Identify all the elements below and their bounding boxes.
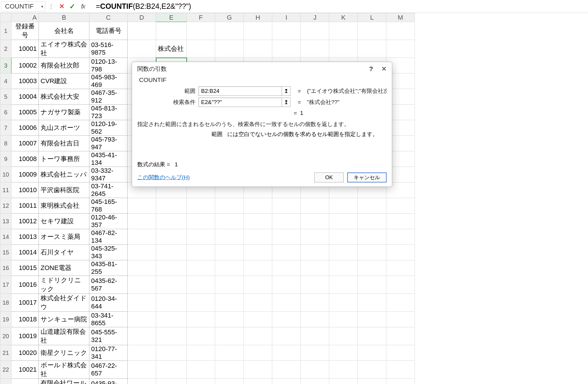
cell-L12[interactable] xyxy=(358,198,386,214)
cell-D14[interactable] xyxy=(128,229,156,245)
cell-C21[interactable]: 0120-77-341 xyxy=(89,345,128,361)
cell-D12[interactable] xyxy=(128,198,156,214)
cell-K20[interactable] xyxy=(329,327,358,345)
cell-H12[interactable] xyxy=(244,198,272,214)
cell-C17[interactable]: 0435-62-567 xyxy=(89,276,128,294)
cell-E18[interactable] xyxy=(156,294,187,312)
cancel-button[interactable]: キャンセル xyxy=(347,172,387,182)
cell-B4[interactable]: CVR建設 xyxy=(39,73,89,89)
cell-I14[interactable] xyxy=(272,229,301,245)
cell-G14[interactable] xyxy=(215,229,244,245)
cell-G12[interactable] xyxy=(215,198,244,214)
cell-H20[interactable] xyxy=(244,327,272,345)
row-header-3[interactable]: 3 xyxy=(0,58,11,73)
cell-I18[interactable] xyxy=(272,294,301,312)
cell-L21[interactable] xyxy=(358,345,386,361)
cell-A2[interactable]: 10001 xyxy=(11,40,39,58)
cell-C3[interactable]: 0120-13-798 xyxy=(89,58,128,73)
cell-C7[interactable]: 0120-19-562 xyxy=(89,120,128,136)
cell-B1[interactable]: 会社名 xyxy=(39,22,89,40)
cell-I1[interactable] xyxy=(272,22,301,40)
cell-H13[interactable] xyxy=(244,214,272,229)
cell-J15[interactable] xyxy=(301,245,329,260)
cell-B14[interactable]: オースミ薬局 xyxy=(39,229,89,245)
cell-J20[interactable] xyxy=(301,327,329,345)
cell-F14[interactable] xyxy=(187,229,215,245)
cell-A14[interactable]: 10013 xyxy=(11,229,39,245)
row-header-7[interactable]: 7 xyxy=(0,120,11,136)
cell-K1[interactable] xyxy=(329,22,358,40)
cell-H15[interactable] xyxy=(244,245,272,260)
cell-D21[interactable] xyxy=(128,345,156,361)
accept-formula-button[interactable]: ✓ xyxy=(68,2,77,11)
cell-G16[interactable] xyxy=(215,260,244,276)
cell-I2[interactable] xyxy=(272,40,301,58)
column-header-G[interactable]: G xyxy=(215,13,244,22)
cell-I16[interactable] xyxy=(272,260,301,276)
row-header-16[interactable]: 16 xyxy=(0,260,11,276)
cell-J13[interactable] xyxy=(301,214,329,229)
cell-K14[interactable] xyxy=(329,229,358,245)
cell-B15[interactable]: 石川タイヤ xyxy=(39,245,89,260)
column-header-C[interactable]: C xyxy=(89,13,128,22)
cell-B11[interactable]: 平沢歯科医院 xyxy=(39,182,89,198)
cell-B22[interactable]: ボールド株式会社 xyxy=(39,361,89,379)
cell-E22[interactable] xyxy=(156,361,187,379)
cell-F2[interactable] xyxy=(187,40,215,58)
cell-D19[interactable] xyxy=(128,312,156,327)
cell-A19[interactable]: 10018 xyxy=(11,312,39,327)
cell-D17[interactable] xyxy=(128,276,156,294)
cell-C9[interactable]: 0435-41-134 xyxy=(89,151,128,167)
cell-E17[interactable] xyxy=(156,276,187,294)
cell-C4[interactable]: 045-983-469 xyxy=(89,73,128,89)
cell-B21[interactable]: 衛星クリニック xyxy=(39,345,89,361)
arg-criteria-input[interactable]: E2&"??" xyxy=(198,98,282,107)
cell-C1[interactable]: 電話番号 xyxy=(89,22,128,40)
cell-B3[interactable]: 有限会社次郎 xyxy=(39,58,89,73)
cell-E1[interactable] xyxy=(156,22,187,40)
cell-A17[interactable]: 10016 xyxy=(11,276,39,294)
row-header-12[interactable]: 12 xyxy=(0,198,11,214)
cell-H18[interactable] xyxy=(244,294,272,312)
cell-A4[interactable]: 10003 xyxy=(11,73,39,89)
cell-A7[interactable]: 10006 xyxy=(11,120,39,136)
cell-L14[interactable] xyxy=(358,229,386,245)
cell-A11[interactable]: 10010 xyxy=(11,182,39,198)
row-header-20[interactable]: 20 xyxy=(0,327,11,345)
cell-L13[interactable] xyxy=(358,214,386,229)
cell-F23[interactable] xyxy=(187,379,215,384)
cell-M1[interactable] xyxy=(386,22,415,40)
cell-A20[interactable]: 10019 xyxy=(11,327,39,345)
cell-K13[interactable] xyxy=(329,214,358,229)
cell-D16[interactable] xyxy=(128,260,156,276)
cell-M21[interactable] xyxy=(386,345,415,361)
cell-K17[interactable] xyxy=(329,276,358,294)
cell-G13[interactable] xyxy=(215,214,244,229)
cell-G23[interactable] xyxy=(215,379,244,384)
row-header-13[interactable]: 13 xyxy=(0,214,11,229)
cell-B13[interactable]: セキワ建設 xyxy=(39,214,89,229)
cell-C23[interactable]: 0435-93-236 xyxy=(89,379,128,384)
cell-F19[interactable] xyxy=(187,312,215,327)
cell-B6[interactable]: ナガサワ製薬 xyxy=(39,105,89,120)
cell-B20[interactable]: 山道建設有限会社 xyxy=(39,327,89,345)
cell-A21[interactable]: 10020 xyxy=(11,345,39,361)
cell-G21[interactable] xyxy=(215,345,244,361)
cell-H22[interactable] xyxy=(244,361,272,379)
cell-A8[interactable]: 10007 xyxy=(11,136,39,151)
cell-E15[interactable] xyxy=(156,245,187,260)
cell-C18[interactable]: 0120-34-644 xyxy=(89,294,128,312)
cell-L20[interactable] xyxy=(358,327,386,345)
cell-M17[interactable] xyxy=(386,276,415,294)
cell-D18[interactable] xyxy=(128,294,156,312)
cell-F15[interactable] xyxy=(187,245,215,260)
row-header-11[interactable]: 11 xyxy=(0,182,11,198)
cell-K15[interactable] xyxy=(329,245,358,260)
cell-G15[interactable] xyxy=(215,245,244,260)
cell-J12[interactable] xyxy=(301,198,329,214)
row-header-22[interactable]: 22 xyxy=(0,361,11,379)
cell-B9[interactable]: トーワ事務所 xyxy=(39,151,89,167)
cell-J19[interactable] xyxy=(301,312,329,327)
row-header-18[interactable]: 18 xyxy=(0,294,11,312)
cell-C8[interactable]: 045-793-947 xyxy=(89,136,128,151)
